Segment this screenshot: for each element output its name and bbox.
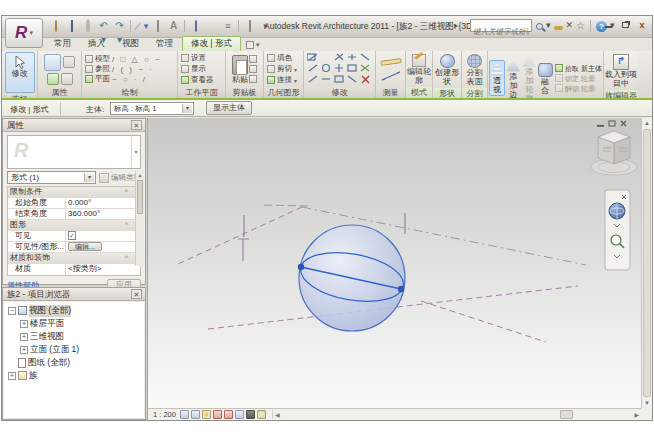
family-category-icon[interactable] xyxy=(63,56,75,68)
draw-tools-reference[interactable]: / ( ) ~ · xyxy=(112,65,154,74)
viewcube[interactable] xyxy=(591,131,637,175)
search-icon[interactable] xyxy=(536,23,543,30)
show-host-button[interactable]: 显示主体 xyxy=(206,101,252,115)
close-icon[interactable]: ✕ xyxy=(131,120,142,130)
panel-label[interactable]: 族编辑器 xyxy=(604,90,638,98)
property-row[interactable]: 材质<按类别> xyxy=(8,264,140,275)
sun-path-icon[interactable] xyxy=(202,410,211,419)
control-point[interactable] xyxy=(298,264,304,270)
search-input[interactable] xyxy=(471,26,531,37)
restore-button[interactable] xyxy=(619,20,631,31)
undo-icon[interactable]: ↶ ▾ xyxy=(96,19,111,33)
modify-tools-grid[interactable] xyxy=(307,52,373,86)
sign-in-key-icon[interactable] xyxy=(554,26,563,30)
edit-visibility-button[interactable]: 编辑... xyxy=(68,242,102,251)
resize-grip[interactable] xyxy=(641,408,652,420)
draw-tools-model[interactable]: / □ △ ○ ~ xyxy=(112,55,162,64)
help-search-field[interactable] xyxy=(470,19,532,32)
vertical-scrollbar[interactable]: ▲ ▼ xyxy=(641,118,652,408)
panel-label[interactable]: 绘制 xyxy=(82,87,177,98)
join-geometry-icon[interactable] xyxy=(267,76,275,84)
set-work-plane-icon[interactable] xyxy=(181,54,189,62)
tree-item-families[interactable]: +族 xyxy=(4,369,144,382)
panel-label[interactable]: 剪贴板 xyxy=(226,87,263,98)
reveal-hidden-elements-icon[interactable] xyxy=(257,410,266,419)
draw-tools-plane[interactable]: ~ ○ · / xyxy=(112,75,147,84)
work-plane-viewer[interactable]: 查看器 xyxy=(191,75,214,85)
panel-label[interactable]: 测量 xyxy=(376,87,405,98)
lock-profiles-button[interactable]: 锁定 轮廓 xyxy=(555,74,602,83)
cut-icon[interactable] xyxy=(249,55,257,63)
edit-profile-button[interactable]: 编辑轮廓 xyxy=(407,52,431,86)
favorites-star-icon[interactable]: ☆ xyxy=(576,20,585,31)
tag-by-category-icon[interactable] xyxy=(150,19,165,33)
pick-new-host-button[interactable]: 拾取 新主体 xyxy=(555,64,602,73)
close-hidden-windows-icon[interactable] xyxy=(242,19,257,33)
add-edge-button[interactable]: 添加边 xyxy=(505,57,521,99)
redo-icon[interactable]: ↷ ▾ xyxy=(112,19,127,33)
drawing-area[interactable]: ▲ ▼ 1 : 200 ◀ xyxy=(147,118,652,420)
default-3d-view-icon[interactable] xyxy=(188,19,203,33)
visible-checkbox[interactable]: ✓ xyxy=(68,231,76,240)
title-expand-icon[interactable]: ▸ xyxy=(454,21,458,30)
tree-item-sheets[interactable]: 图纸 (全部) xyxy=(4,356,144,369)
family-parameters-icon[interactable] xyxy=(61,73,73,85)
panel-label[interactable]: 几何图形 xyxy=(264,87,303,98)
scroll-down-icon[interactable]: ▼ xyxy=(642,398,652,408)
chevron-down-icon[interactable]: ▾ xyxy=(131,136,140,168)
paste-button[interactable]: 粘贴 xyxy=(232,53,248,85)
divide-surface-button[interactable]: 分割表面 xyxy=(463,52,486,87)
group-constraints[interactable]: 限制条件^ xyxy=(8,187,140,198)
scroll-up-icon[interactable]: ▲ xyxy=(642,118,652,128)
paint[interactable]: 填色 xyxy=(277,53,292,63)
modify-button[interactable]: 修改 xyxy=(5,52,35,93)
panel-label[interactable]: 属性 xyxy=(38,87,81,98)
dissolve-button[interactable]: 融合 xyxy=(537,61,553,96)
cut-geometry[interactable]: 剪切 xyxy=(277,64,292,74)
close-icon[interactable]: ✕ xyxy=(131,289,142,299)
paint-icon[interactable] xyxy=(267,54,275,62)
panel-label[interactable]: 分割 xyxy=(462,88,487,98)
save-icon[interactable] xyxy=(64,19,79,33)
scroll-left-icon[interactable]: ◀ xyxy=(275,411,280,418)
tab-view[interactable]: 视图 xyxy=(114,37,147,51)
thin-lines-icon[interactable]: ≡ xyxy=(220,19,235,33)
collapse-icon[interactable]: − xyxy=(8,307,16,315)
tree-item-views[interactable]: −视图 (全部) xyxy=(4,304,144,317)
tree-item-elevations[interactable]: +立面 (立面 1) xyxy=(4,343,144,356)
copy-icon[interactable] xyxy=(249,65,257,73)
exchange-icon[interactable]: ✕ xyxy=(566,19,574,32)
close-button[interactable]: x xyxy=(636,20,648,31)
xray-button[interactable]: 透视 xyxy=(489,60,505,96)
view-3d-canvas[interactable] xyxy=(148,118,642,409)
property-row[interactable]: 可见✓ xyxy=(8,231,140,242)
unlock-profiles-button[interactable]: 解锁 轮廓 xyxy=(555,84,602,93)
match-properties-icon[interactable] xyxy=(249,75,257,83)
tab-insert[interactable]: 插入 xyxy=(80,37,113,51)
property-row[interactable]: 结束角度360.000° xyxy=(8,209,140,220)
family-types-icon[interactable] xyxy=(47,73,59,85)
application-menu-button[interactable]: R ▾ xyxy=(5,18,43,48)
temporary-hide-isolate-icon[interactable] xyxy=(246,410,255,419)
type-preview[interactable]: R ▾ xyxy=(7,135,141,169)
aligned-dimension-icon[interactable]: ⟋ ▾ xyxy=(134,19,149,33)
expand-icon[interactable]: + xyxy=(20,346,28,354)
host-select[interactable]: 标高 : 标高 1▾ xyxy=(110,102,194,115)
horizontal-scrollbar[interactable]: ◀ ▶ xyxy=(273,409,641,420)
join-geometry[interactable]: 连接 xyxy=(277,75,292,85)
ribbon-state-toggle[interactable]: ▾ xyxy=(246,41,260,51)
expand-icon[interactable]: + xyxy=(8,372,16,380)
show-crop-region-icon[interactable] xyxy=(235,410,244,419)
property-row[interactable]: 起始角度0.000° xyxy=(8,198,140,209)
plane-icon[interactable] xyxy=(85,75,93,83)
scroll-thumb[interactable] xyxy=(560,410,573,419)
scroll-right-icon[interactable]: ▶ xyxy=(634,411,639,418)
properties-palette-icon[interactable] xyxy=(44,54,61,71)
shadows-icon[interactable] xyxy=(213,410,222,419)
tree-item-3d-views[interactable]: +三维视图 xyxy=(4,330,144,343)
cut-geometry-icon[interactable] xyxy=(267,65,275,73)
panel-label[interactable]: 模式 xyxy=(406,87,432,98)
tab-manage[interactable]: 管理 xyxy=(148,37,181,51)
crop-view-icon[interactable] xyxy=(224,410,233,419)
measure-icon[interactable] xyxy=(380,56,402,68)
